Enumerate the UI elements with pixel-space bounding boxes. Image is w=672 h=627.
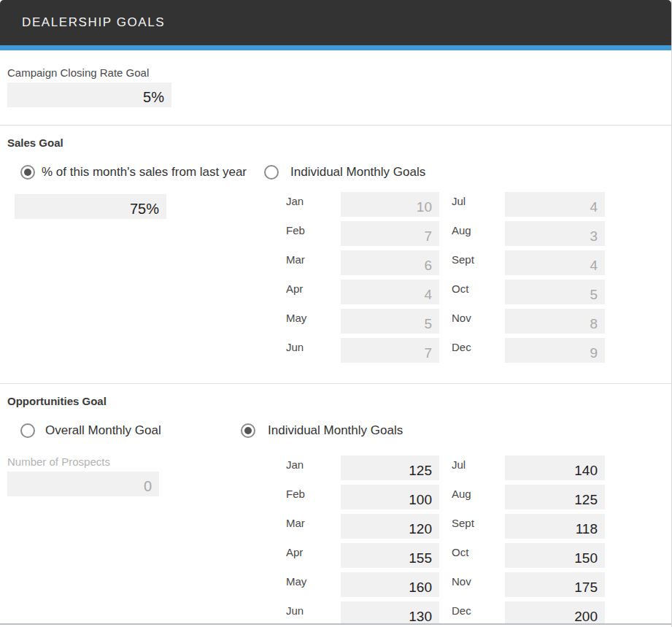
opportunities-goal-title: Opportunities Goal: [7, 384, 664, 407]
sales-month-label-apr: Apr: [286, 280, 341, 295]
page-content: Campaign Closing Rate Goal Sales Goal % …: [0, 50, 671, 625]
opps-month-label-oct: Oct: [439, 543, 505, 558]
number-of-prospects-input: [7, 472, 159, 496]
sales-month-label-jul: Jul: [439, 192, 505, 207]
opps-month-input-apr[interactable]: [341, 543, 439, 568]
sales-month-label-nov: Nov: [439, 309, 505, 324]
opps-month-label-apr: Apr: [286, 543, 341, 558]
sales-month-label-mar: Mar: [286, 250, 341, 266]
dealership-goals-card: DEALERSHIP GOALS Campaign Closing Rate G…: [0, 0, 672, 627]
opps-month-input-aug[interactable]: [505, 485, 605, 509]
opportunities-individual-monthly-radio[interactable]: [241, 423, 255, 438]
opportunities-goal-radio-row: Overall Monthly Goal Individual Monthly …: [7, 423, 664, 438]
opps-month-input-feb[interactable]: [341, 485, 439, 509]
opps-month-label-sept: Sept: [439, 514, 505, 529]
sales-month-input-sept: [505, 250, 605, 275]
opps-month-input-jan[interactable]: [341, 455, 439, 480]
opps-month-input-mar[interactable]: [341, 514, 439, 539]
sales-month-label-dec: Dec: [439, 338, 505, 353]
sales-month-input-jul: [505, 192, 605, 217]
sales-goal-radio-row: % of this month's sales from last year I…: [7, 165, 664, 180]
sales-goal-section: Sales Goal % of this month's sales from …: [0, 126, 671, 383]
sales-month-input-may: [341, 309, 439, 334]
opportunities-monthly-goals-grid: Jan Jul Feb Aug Mar Sept Apr Oct: [286, 455, 605, 625]
opps-month-label-aug: Aug: [439, 485, 505, 500]
sales-month-label-sept: Sept: [439, 250, 505, 266]
sales-month-input-aug: [505, 221, 605, 246]
sales-goal-title: Sales Goal: [7, 126, 664, 149]
opps-month-label-may: May: [286, 572, 341, 588]
prospects-column: Number of Prospects: [7, 455, 286, 496]
opps-month-label-dec: Dec: [439, 601, 505, 617]
sales-month-label-oct: Oct: [439, 280, 505, 295]
sales-month-input-feb: [341, 221, 439, 246]
sales-month-label-may: May: [286, 309, 341, 324]
sales-percent-input[interactable]: [15, 194, 166, 219]
opportunities-individual-monthly-radio-label[interactable]: Individual Monthly Goals: [268, 423, 403, 438]
sales-month-label-jun: Jun: [286, 338, 341, 353]
sales-month-label-jan: Jan: [286, 192, 341, 207]
opps-month-input-jun[interactable]: [341, 601, 439, 625]
sales-month-input-mar: [341, 250, 439, 275]
sales-month-input-apr: [341, 280, 439, 304]
opportunities-goal-section: Opportunities Goal Overall Monthly Goal …: [0, 384, 671, 625]
opps-month-label-jan: Jan: [286, 455, 341, 471]
campaign-closing-rate-label: Campaign Closing Rate Goal: [7, 66, 664, 79]
page-header: DEALERSHIP GOALS: [0, 0, 671, 45]
opps-month-input-jul[interactable]: [505, 455, 605, 480]
opps-month-label-mar: Mar: [286, 514, 341, 529]
sales-individual-monthly-radio[interactable]: [264, 165, 279, 180]
sales-monthly-goals-grid: Jan Jul Feb Aug Mar Sept Apr Oct: [286, 192, 605, 363]
opps-month-label-jun: Jun: [286, 601, 341, 617]
sales-percent-radio-label[interactable]: % of this month's sales from last year: [42, 165, 264, 180]
page-title: DEALERSHIP GOALS: [22, 15, 165, 30]
sales-month-input-jan: [341, 192, 439, 217]
sales-month-label-feb: Feb: [286, 221, 341, 236]
campaign-closing-rate-input[interactable]: [7, 82, 171, 107]
campaign-closing-rate-section: Campaign Closing Rate Goal: [0, 50, 671, 125]
opps-month-input-dec[interactable]: [505, 601, 605, 625]
opps-month-label-nov: Nov: [439, 572, 505, 588]
number-of-prospects-label: Number of Prospects: [7, 455, 286, 468]
sales-goal-body: Jan Jul Feb Aug Mar Sept Apr Oct: [7, 192, 664, 383]
opps-month-input-oct[interactable]: [505, 543, 605, 568]
opps-month-label-feb: Feb: [286, 485, 341, 500]
opps-month-input-sept[interactable]: [505, 514, 605, 539]
opportunities-overall-radio-label[interactable]: Overall Monthly Goal: [45, 423, 241, 438]
sales-percent-column: [7, 192, 286, 219]
opps-month-label-jul: Jul: [439, 455, 505, 471]
opps-month-input-nov[interactable]: [505, 572, 605, 597]
sales-month-input-nov: [505, 309, 605, 334]
opps-month-input-may[interactable]: [341, 572, 439, 597]
sales-month-input-dec: [505, 338, 605, 363]
opportunities-overall-radio[interactable]: [20, 423, 35, 438]
sales-individual-monthly-radio-label[interactable]: Individual Monthly Goals: [290, 165, 425, 180]
sales-month-input-oct: [505, 280, 605, 304]
sales-month-input-jun: [341, 338, 439, 363]
sales-month-label-aug: Aug: [439, 221, 505, 236]
sales-percent-radio[interactable]: [20, 165, 35, 180]
opportunities-goal-body: Number of Prospects Jan Jul Feb Aug Mar …: [7, 455, 664, 625]
accent-bar: [0, 45, 671, 50]
